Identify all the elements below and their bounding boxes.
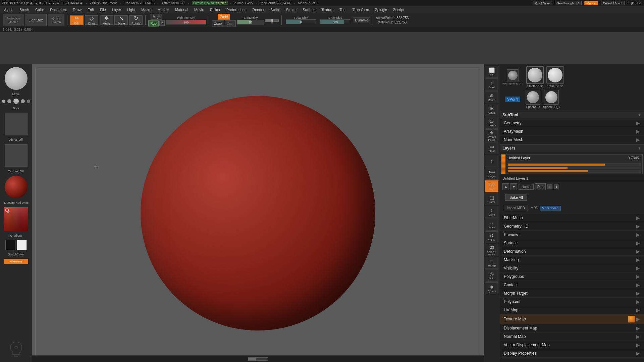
- layer-name-button[interactable]: Name: [519, 184, 534, 190]
- ri-dynamic[interactable]: ◆ Dynam: [485, 282, 498, 294]
- projection-master-button[interactable]: Projection Master: [3, 14, 23, 26]
- menu-item-stroke[interactable]: Stroke: [283, 7, 299, 12]
- layer-item-0[interactable]: Untitled Layer 0.73451: [501, 154, 643, 174]
- swatch-black[interactable]: [5, 240, 15, 250]
- ri-scroll2[interactable]: ↕: [485, 155, 498, 167]
- menu-item-script[interactable]: Script: [268, 7, 282, 12]
- focal-shift-slider[interactable]: 0: [286, 19, 316, 24]
- sphere3d-thumb[interactable]: [526, 90, 540, 105]
- bottom-slider[interactable]: [248, 357, 268, 361]
- zadd-button[interactable]: Zadd: [218, 14, 230, 20]
- rotate-button[interactable]: ↻ Rotate: [129, 15, 143, 25]
- menu-item-render[interactable]: Render: [250, 7, 267, 12]
- canvas-area[interactable]: [32, 64, 484, 362]
- color-picker[interactable]: [4, 207, 28, 231]
- ri-solo[interactable]: ◎ Solo: [485, 269, 498, 282]
- m-button[interactable]: M: [159, 20, 165, 26]
- lightbox-button[interactable]: LightBox: [25, 14, 47, 26]
- geometry-row[interactable]: Geometry ▶: [500, 119, 644, 127]
- ri-actual[interactable]: ⊞ Actual: [485, 104, 498, 116]
- bake-all-button[interactable]: Bake All: [505, 194, 527, 201]
- geometry-hd-row[interactable]: Geometry HD ▶: [500, 222, 644, 231]
- zsub-button[interactable]: Zsub: [212, 20, 224, 26]
- display-properties-row[interactable]: Display Properties ▶: [500, 349, 644, 358]
- menu-item-picker[interactable]: Picker: [207, 7, 223, 12]
- menu-item-preferences[interactable]: Preferences: [224, 7, 249, 12]
- menu-item-zplugin[interactable]: Zplugin: [372, 7, 390, 12]
- draw-size-slider[interactable]: 500: [320, 19, 350, 24]
- uv-map-row[interactable]: UV Map ▶: [500, 306, 644, 314]
- ri-lsym[interactable]: ⟺ L.Sym: [485, 168, 498, 180]
- menu-item-light[interactable]: Light: [124, 7, 138, 12]
- fit0-thumb[interactable]: [507, 69, 519, 81]
- surface-row[interactable]: Surface ▶: [500, 239, 644, 247]
- menu-item-movie[interactable]: Movie: [192, 7, 207, 12]
- rgb-button[interactable]: Rgb: [148, 20, 158, 26]
- scale-button[interactable]: ⤡ Scale: [114, 15, 128, 25]
- menu-item-draw[interactable]: Draw: [70, 7, 84, 12]
- thumb-slider[interactable]: [265, 19, 279, 22]
- texture-map-row[interactable]: Texture Map ▶: [500, 314, 644, 324]
- rgb-intensity-slider[interactable]: 100: [166, 20, 206, 24]
- layer-slider-1[interactable]: [507, 163, 641, 166]
- vector-displacement-map-row[interactable]: Vector Displacement Map ▶: [500, 341, 644, 349]
- arraymesh-row[interactable]: ArrayMesh ▶: [500, 127, 644, 136]
- ri-aahalf[interactable]: ⊟ AAHalf: [485, 117, 498, 129]
- layer-slider-3[interactable]: [507, 170, 641, 173]
- eraser-brush-thumb[interactable]: [546, 66, 564, 84]
- menu-item-zscript[interactable]: Zscript: [390, 7, 407, 12]
- ri-scroll[interactable]: ↕ Scroll: [485, 78, 498, 90]
- menu-item-tool[interactable]: Tool: [337, 7, 349, 12]
- layer-move-down[interactable]: ▼: [511, 183, 517, 190]
- brush-preview[interactable]: [5, 67, 28, 90]
- ri-zoom[interactable]: ⊕ Zoom: [485, 91, 498, 103]
- quick-sketch-button[interactable]: Quick Sketch: [48, 14, 65, 26]
- default-script-button[interactable]: DefaultZScript: [601, 1, 625, 5]
- subtool-header[interactable]: SubTool ▼: [500, 111, 644, 119]
- menu-item-material[interactable]: Material: [172, 7, 191, 12]
- menu-item-color[interactable]: Color: [33, 7, 47, 12]
- menu-item-alpha[interactable]: Alpha: [1, 7, 16, 12]
- layer-slider-2[interactable]: [507, 167, 641, 169]
- texture-preview[interactable]: [5, 144, 28, 167]
- alpha-preview[interactable]: [5, 113, 28, 135]
- layer-record-2[interactable]: ●: [554, 184, 559, 189]
- normal-map-row[interactable]: Normal Map ▶: [500, 333, 644, 341]
- dot-4[interactable]: [21, 99, 25, 103]
- zcut-button[interactable]: Zcut: [225, 20, 236, 26]
- dot-2[interactable]: [7, 99, 11, 103]
- menu-item-layer[interactable]: Layer: [109, 7, 124, 12]
- ri-frame[interactable]: ⬚ Frame: [485, 193, 498, 205]
- contact-row[interactable]: Contact ▶: [500, 281, 644, 289]
- mdd-speed-button[interactable]: MDD Speed: [540, 206, 561, 210]
- menu-item-document[interactable]: Document: [47, 7, 69, 12]
- morph-target-row[interactable]: Morph Target ▶: [500, 289, 644, 298]
- layer-move-up[interactable]: ▲: [502, 183, 509, 190]
- menu-item-brush[interactable]: Brush: [17, 7, 32, 12]
- import-mdd-button[interactable]: Import MDD: [504, 205, 528, 211]
- menu-item-edit[interactable]: Edit: [85, 7, 97, 12]
- menu-item-macro[interactable]: Macro: [139, 7, 154, 12]
- menu-item-file[interactable]: File: [97, 7, 109, 12]
- visibility-row[interactable]: Visibility ▶: [500, 264, 644, 273]
- see-through-button[interactable]: See-through | 0: [555, 1, 582, 5]
- simple-brush-thumb[interactable]: [526, 66, 544, 84]
- menu-item-marker[interactable]: Marker: [155, 7, 172, 12]
- nanomesh-row[interactable]: NanoMesh ▶: [500, 136, 644, 144]
- menu-item-texture[interactable]: Texture: [319, 7, 336, 12]
- ri-transp[interactable]: ◻ Transp: [485, 257, 498, 269]
- dot-5[interactable]: [27, 100, 30, 103]
- alternate-button[interactable]: Alternate: [4, 259, 28, 264]
- polypaint-row[interactable]: Polypaint ▶: [500, 298, 644, 306]
- menus-button[interactable]: Menus: [584, 1, 598, 5]
- edit-button[interactable]: ✏ Edit: [70, 15, 84, 25]
- ri-floor[interactable]: ▭ Floor: [485, 142, 498, 154]
- swatch-white[interactable]: [17, 240, 27, 250]
- layers-header[interactable]: Layers ▼: [500, 144, 644, 152]
- quicksave-button[interactable]: QuickSave: [533, 1, 552, 5]
- sphere3d-1-thumb[interactable]: [544, 90, 559, 105]
- move-button[interactable]: ✥ Move: [100, 15, 113, 25]
- polygroups-row[interactable]: Polygroups ▶: [500, 273, 644, 281]
- draw-button[interactable]: ◇ Draw: [85, 15, 98, 25]
- dot-3[interactable]: [13, 99, 19, 104]
